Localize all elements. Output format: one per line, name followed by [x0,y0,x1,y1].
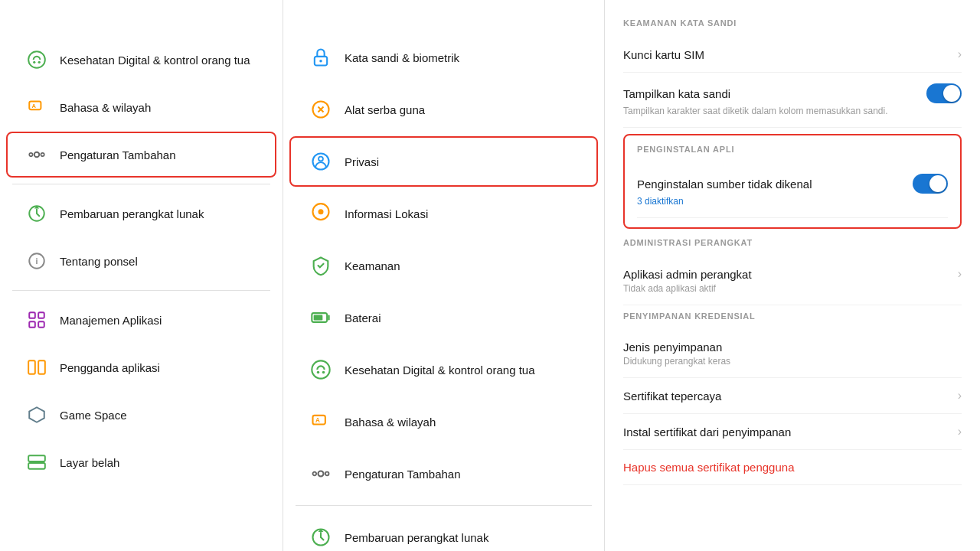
sidebar-item-gamespace[interactable]: Game Space [6,392,276,438]
section-administrasi: ADMINISTRASI PERANGKATAplikasi admin per… [623,238,962,305]
right-item-jenis-penyimpanan[interactable]: Jenis penyimpananDidukung perangkat kera… [623,330,962,378]
right-item-admin-perangkat[interactable]: Aplikasi admin perangkat›Tidak ada aplik… [623,256,962,305]
middle-item-lokasi[interactable]: Informasi Lokasi [289,188,598,239]
svg-point-28 [312,360,329,378]
chevron-icon: › [958,47,962,61]
svg-rect-12 [38,312,44,318]
chevron-icon: › [958,267,962,281]
middle-item-bahasa2[interactable]: A Bahasa & wilayah [289,396,598,447]
sidebar-item-pembaruan[interactable]: Pembaruan perangkat lunak [6,191,276,236]
right-item-title: Instal sertifikat dari penyimpanan [623,425,791,439]
middle-item-label: Kesehatan Digital & kontrol orang tua [345,364,535,377]
game-icon [26,404,47,425]
right-item-sumber-tidak-dikenal[interactable]: Penginstalan sumber tidak dikenal3 diakt… [637,163,948,218]
dual-icon [26,357,47,378]
svg-text:i: i [35,256,38,266]
sidebar-item-kesehatan[interactable]: Kesehatan Digital & kontrol orang tua [6,37,276,83]
health-icon [309,358,332,381]
svg-point-7 [41,153,44,156]
svg-rect-18 [28,463,45,469]
lock-icon [309,46,332,69]
middle-item-pengaturan2[interactable]: Pengaturan Tambahan [289,448,598,499]
middle-item-label: Keamanan [345,259,400,272]
settings-extra-icon [26,144,47,165]
section-keamanan-kata-sandi: KEAMANAN KATA SANDIKunci kartu SIM›Tampi… [623,18,962,128]
svg-point-6 [29,153,32,156]
location-icon [309,202,332,225]
section-header: PENGINSTALAN APLI [637,145,948,154]
sidebar-item-pengaturan-tambahan[interactable]: Pengaturan Tambahan [6,132,276,178]
right-item-title: Aplikasi admin perangkat [623,268,752,281]
sidebar-item-label: Kesehatan Digital & kontrol orang tua [60,54,250,67]
section-header: KEAMANAN KATA SANDI [623,18,962,28]
right-item-subtitle: Tampilkan karakter saat diketik dalam ko… [623,106,962,116]
sidebar-item-pengganda[interactable]: Pengganda aplikasi [6,344,276,390]
svg-point-1 [33,61,35,64]
privacy-icon [309,150,332,173]
section-header: ADMINISTRASI PERANGKAT [623,238,962,247]
sidebar-item-bahasa[interactable]: A Bahasa & wilayah [6,84,276,130]
right-item-instal-sertifikat[interactable]: Instal sertifikat dari penyimpanan› [623,414,962,450]
right-item-subtitle: Didukung perangkat keras [623,356,962,367]
toggle-sumber-tidak-dikenal[interactable] [913,174,948,194]
middle-item-label: Pembaruan perangkat lunak [345,531,488,544]
svg-rect-17 [28,455,45,461]
right-item-sertifikat-tepercaya[interactable]: Sertifikat tepercaya› [623,378,962,414]
svg-point-25 [318,209,324,214]
right-item-title: Jenis penyimpanan [623,341,722,354]
middle-item-alat[interactable]: Alat serba guna [289,84,598,135]
middle-item-kesehatan2[interactable]: Kesehatan Digital & kontrol orang tua [289,344,598,395]
middle-panel: Kata sandi & biometrik Alat serba guna P… [283,0,605,551]
left-panel: Kesehatan Digital & kontrol orang tua A … [0,0,283,551]
toggle-tampilkan-sandi[interactable] [926,83,962,103]
sidebar-item-manajemen[interactable]: Manajemen Aplikasi [6,297,276,343]
svg-point-29 [317,371,320,374]
middle-item-label: Kata sandi & biometrik [345,51,459,64]
middle-item-keamanan[interactable]: Keamanan [289,240,598,291]
sidebar-item-label: Bahasa & wilayah [60,101,151,114]
right-item-subtitle: 3 diaktifkan [637,196,948,207]
tool-icon [309,98,332,121]
sidebar-item-label: Pembaruan perangkat lunak [60,207,204,220]
middle-item-baterai[interactable]: Baterai [289,292,598,343]
middle-item-label: Alat serba guna [345,103,425,116]
svg-point-35 [325,472,329,476]
battery-icon [309,306,332,329]
right-item-title: Sertifikat tepercaya [623,390,721,403]
middle-item-label: Baterai [345,311,381,324]
sidebar-item-label: Manajemen Aplikasi [60,314,162,327]
settings-extra-icon [309,462,332,485]
svg-point-20 [319,60,322,63]
sidebar-item-layar[interactable]: Layar belah [6,439,276,485]
shield-icon [309,254,332,277]
sidebar-item-label: Pengaturan Tambahan [60,148,176,161]
section-penyimpanan-kredensial: PENYIMPANAN KREDENSIALJenis penyimpananD… [623,311,962,485]
info-icon: i [26,250,47,272]
svg-rect-14 [38,321,44,328]
right-item-title: Kunci kartu SIM [623,48,704,61]
language-icon: A [309,410,332,433]
svg-rect-16 [38,360,45,373]
sidebar-item-label: Pengganda aplikasi [60,361,160,374]
middle-item-kata-sandi[interactable]: Kata sandi & biometrik [289,32,598,83]
section-header: PENYIMPANAN KREDENSIAL [623,311,962,321]
sidebar-item-label: Tentang ponsel [60,255,138,268]
health-icon [26,49,47,70]
middle-item-pembaruan2[interactable]: Pembaruan perangkat lunak [289,512,598,551]
update-icon [309,526,332,549]
svg-point-2 [38,61,41,64]
right-item-hapus-semua[interactable]: Hapus semua sertifikat pengguna [623,450,962,485]
apps-icon [26,309,47,331]
svg-point-23 [318,157,323,161]
sidebar-item-tentang[interactable]: i Tentang ponsel [6,238,276,284]
right-item-kunci-sim[interactable]: Kunci kartu SIM› [623,37,962,73]
language-icon: A [26,96,47,118]
middle-item-privasi[interactable]: Privasi [289,136,598,187]
svg-text:A: A [315,417,320,424]
right-item-tampilkan-sandi[interactable]: Tampilkan kata sandiTampilkan karakter s… [623,73,962,128]
update-icon [26,203,47,224]
right-panel: KEAMANAN KATA SANDIKunci kartu SIM›Tampi… [605,0,980,551]
right-item-title: Tampilkan kata sandi [623,87,730,100]
section-penginstalan-apli: PENGINSTALAN APLIPenginstalan sumber tid… [623,134,962,229]
svg-rect-27 [314,315,323,321]
